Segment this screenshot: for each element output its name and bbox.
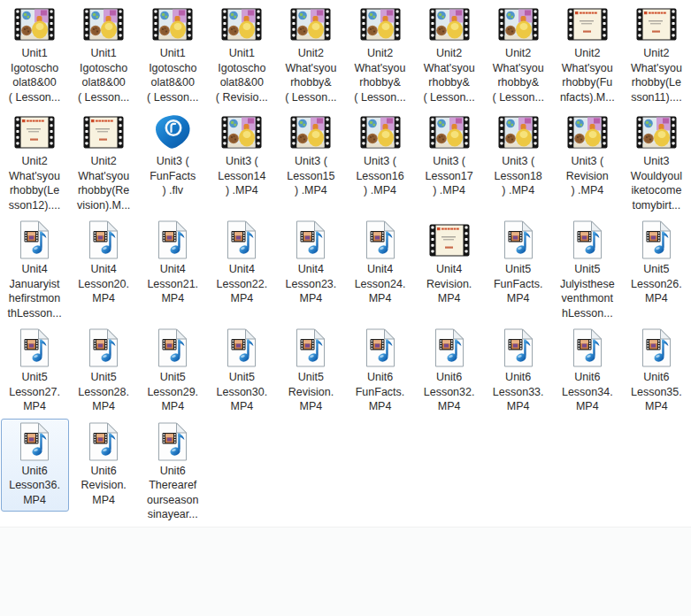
file-item[interactable]: Unit5 Revision. MP4 [277,325,345,419]
file-label: Unit4 Lesson24. MP4 [355,262,406,306]
filmstrip-with-cartoon-thumbnail-icon [290,4,331,44]
file-item[interactable]: Unit3 ( Lesson15 ) .MP4 [277,109,345,203]
file-label: Unit5 Lesson27. MP4 [9,370,60,414]
file-label: Unit6 Therearef ourseason sinayear... [147,464,198,522]
media-document-with-music-note-icon [572,219,603,260]
file-label: Unit2 What'syou rhobby(Re vision).M... [77,154,130,212]
file-item[interactable]: Unit5 Lesson28. MP4 [70,325,138,419]
file-label: Unit4 Revision. MP4 [426,262,472,306]
file-item[interactable]: Unit3 ( Lesson14 ) .MP4 [208,109,276,203]
file-item[interactable]: Unit1 Igotoscho olat8&00 ( Lesson... [1,1,69,109]
media-document-with-music-note-icon [19,219,50,260]
file-item[interactable]: Unit2 What'syou rhobby(Fu nfacts).M... [553,1,621,109]
file-item[interactable]: Unit1 Igotoscho olat8&00 ( Revisio... [208,1,276,109]
file-label: Unit4 Lesson21. MP4 [147,262,198,306]
media-document-with-music-note-icon [226,327,257,368]
file-label: Unit5 Julyisthese venthmont hLesson... [560,262,615,320]
filmstrip-with-slide-thumbnail-icon [636,4,677,44]
media-document-with-music-note-icon [295,219,326,260]
file-item[interactable]: Unit4 Lesson20. MP4 [70,217,138,311]
file-item[interactable]: Unit3 ( Lesson16 ) .MP4 [346,109,414,203]
file-item[interactable]: Unit4 Lesson23. MP4 [277,217,345,311]
file-label: Unit4 Januaryist hefirstmon thLesson... [7,262,61,320]
file-item[interactable]: Unit3 ( Lesson18 ) .MP4 [484,109,552,203]
file-label: Unit2 What'syou rhobby& ( Lesson... [493,46,544,104]
file-item[interactable]: Unit1 Igotoscho olat8&00 ( Lesson... [139,1,207,109]
filmstrip-with-slide-thumbnail-icon [429,219,470,260]
media-document-with-music-note-icon [641,327,672,368]
media-document-with-music-note-icon [19,327,50,368]
media-document-with-music-note-icon [434,327,465,368]
file-item[interactable]: Unit6 Revision. MP4 [70,419,138,512]
file-item[interactable]: Unit2 What'syou rhobby& ( Lesson... [277,1,345,109]
media-document-with-music-note-icon [503,219,534,260]
filmstrip-with-cartoon-thumbnail-icon [360,112,401,152]
file-label: Unit3 ( Lesson18 ) .MP4 [495,154,542,198]
empty-folder-area[interactable] [0,527,691,616]
file-label: Unit5 Lesson28. MP4 [78,370,129,414]
filmstrip-with-cartoon-thumbnail-icon [636,112,677,152]
media-document-with-music-note-icon [88,219,119,260]
file-item[interactable]: Unit2 What'syou rhobby& ( Lesson... [415,1,483,109]
file-item[interactable]: Unit6 Lesson34. MP4 [553,325,621,419]
file-label: Unit4 Lesson22. MP4 [216,262,267,306]
media-document-with-music-note-icon [365,219,396,260]
media-document-with-music-note-icon [503,327,534,368]
file-item[interactable]: Unit5 Lesson27. MP4 [1,325,69,419]
media-document-with-music-note-icon [19,421,50,462]
filmstrip-with-cartoon-thumbnail-icon [567,112,608,152]
file-label: Unit1 Igotoscho olat8&00 ( Lesson... [147,46,198,104]
file-item[interactable]: Unit6 Therearef ourseason sinayear... [139,419,207,527]
file-label: Unit3 ( Lesson17 ) .MP4 [426,154,473,198]
file-item[interactable]: Unit3 Wouldyoul iketocome tomybirt... [622,109,690,217]
file-label: Unit6 Lesson35. MP4 [631,370,682,414]
file-label: Unit3 ( Lesson16 ) .MP4 [356,154,403,198]
file-label: Unit5 Lesson30. MP4 [216,370,267,414]
file-item[interactable]: Unit4 Lesson22. MP4 [208,217,276,311]
file-label: Unit3 ( Lesson15 ) .MP4 [287,154,334,198]
filmstrip-with-cartoon-thumbnail-icon [83,4,124,44]
filmstrip-with-cartoon-thumbnail-icon [429,4,470,44]
file-label: Unit1 Igotoscho olat8&00 ( Lesson... [78,46,129,104]
media-document-with-music-note-icon [641,219,672,260]
file-item[interactable]: Unit5 Lesson30. MP4 [208,325,276,419]
file-item[interactable]: Unit6 FunFacts. MP4 [346,325,414,419]
file-item[interactable]: Unit4 Lesson24. MP4 [346,217,414,311]
file-item[interactable]: Unit5 Lesson29. MP4 [139,325,207,419]
file-label: Unit6 Lesson36. MP4 [9,464,60,508]
media-document-with-music-note-icon [295,327,326,368]
file-label: Unit3 ( FunFacts ) .flv [150,154,196,198]
file-item[interactable]: Unit2 What'syou rhobby(Re vision).M... [70,109,138,217]
filmstrip-with-cartoon-thumbnail-icon [290,112,331,152]
file-label: Unit2 What'syou rhobby& ( Lesson... [423,46,474,104]
file-item[interactable]: Unit3 ( FunFacts ) .flv [139,109,207,203]
media-document-with-music-note-icon [572,327,603,368]
file-item[interactable]: Unit1 Igotoscho olat8&00 ( Lesson... [70,1,138,109]
file-item[interactable]: Unit3 ( Revision ) .MP4 [553,109,621,203]
file-label: Unit1 Igotoscho olat8&00 ( Lesson... [9,46,60,104]
file-item[interactable]: Unit4 Revision. MP4 [415,217,483,311]
file-item[interactable]: Unit2 What'syou rhobby& ( Lesson... [484,1,552,109]
file-item[interactable]: Unit2 What'syou rhobby& ( Lesson... [346,1,414,109]
file-label: Unit6 Lesson34. MP4 [562,370,613,414]
file-item[interactable]: Unit6 Lesson35. MP4 [622,325,690,419]
file-item[interactable]: Unit5 Julyisthese venthmont hLesson... [553,217,621,325]
file-item[interactable]: Unit5 FunFacts. MP4 [484,217,552,311]
file-item[interactable]: Unit6 Lesson32. MP4 [415,325,483,419]
file-label: Unit4 Lesson23. MP4 [286,262,337,306]
file-label: Unit1 Igotoscho olat8&00 ( Revisio... [216,46,268,104]
file-grid: Unit1 Igotoscho olat8&00 ( Lesson... Uni… [0,0,691,527]
file-item-selected[interactable]: Unit6 Lesson36. MP4 [1,419,69,512]
file-label: Unit3 ( Lesson14 ) .MP4 [218,154,265,198]
file-item[interactable]: Unit4 Lesson21. MP4 [139,217,207,311]
file-label: Unit2 What'syou rhobby& ( Lesson... [285,46,336,104]
media-document-with-music-note-icon [157,327,188,368]
media-document-with-music-note-icon [88,327,119,368]
file-item[interactable]: Unit2 What'syou rhobby(Le sson11).... [622,1,690,109]
file-item[interactable]: Unit4 Januaryist hefirstmon thLesson... [1,217,69,325]
file-item[interactable]: Unit2 What'syou rhobby(Le sson12).... [1,109,69,217]
file-item[interactable]: Unit3 ( Lesson17 ) .MP4 [415,109,483,203]
file-item[interactable]: Unit5 Lesson26. MP4 [622,217,690,311]
file-label: Unit5 Lesson26. MP4 [631,262,682,306]
file-item[interactable]: Unit6 Lesson33. MP4 [484,325,552,419]
